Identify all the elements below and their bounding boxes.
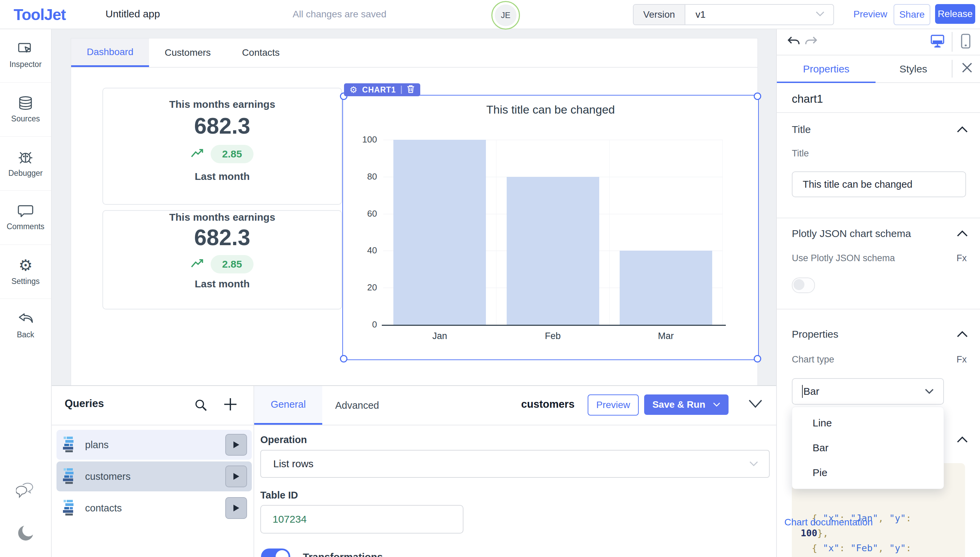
collapse-section-chevron[interactable] (957, 436, 968, 445)
x-axis-label: Mar (632, 331, 700, 341)
properties-section-header: Properties (792, 329, 838, 340)
back-arrow-icon (17, 313, 34, 326)
dropdown-option-bar[interactable]: Bar (792, 442, 944, 454)
app-name[interactable]: Untitled app (106, 8, 160, 20)
sidebar-item-sources[interactable]: Sources (0, 83, 51, 137)
queries-header: Queries (65, 397, 104, 410)
sidebar-item-debugger[interactable]: Debugger (0, 137, 51, 191)
undo-icon[interactable] (787, 36, 800, 49)
tab-styles[interactable]: Styles (875, 56, 951, 82)
desktop-layout-icon[interactable] (930, 34, 945, 50)
table-id-input[interactable]: 107234 (260, 505, 464, 534)
query-preview-button[interactable]: Preview (588, 394, 639, 415)
dropdown-option-line[interactable]: Line (792, 417, 944, 429)
chart-title-input[interactable]: This title can be changed (792, 171, 966, 197)
trend-up-icon (191, 148, 204, 160)
preview-button[interactable]: Preview (853, 9, 887, 20)
transformations-toggle[interactable] (261, 549, 290, 557)
collapse-section-chevron[interactable] (957, 230, 968, 239)
query-name: plans (85, 439, 217, 451)
app-canvas[interactable]: Dashboard Customers Contacts This months… (71, 38, 758, 386)
transformations-label: Transformations (303, 551, 383, 557)
chart-documentation-link[interactable]: Chart documentation (784, 517, 873, 528)
code-line: 100}, (801, 526, 828, 540)
tab-customers[interactable]: Customers (149, 38, 226, 67)
chevron-down-icon (713, 402, 720, 407)
title-section-header: Title (792, 124, 811, 135)
close-icon[interactable] (960, 61, 973, 75)
query-title: customers (504, 398, 592, 410)
widget-config-badge[interactable]: ⚙ CHART1 (344, 83, 420, 96)
operation-select[interactable]: List rows (260, 450, 770, 478)
avatar[interactable]: JE (492, 1, 520, 29)
fx-button[interactable]: Fx (957, 354, 967, 365)
tooljet-logo[interactable]: ToolJet (14, 5, 66, 24)
run-query-button[interactable] (225, 466, 247, 487)
resize-handle-bottom-left[interactable] (340, 355, 348, 363)
earnings-card-2[interactable]: This months earnings 682.3 2.85 Last mon… (103, 210, 342, 309)
chart-type-select[interactable]: Bar (792, 378, 944, 405)
query-row-plans[interactable]: plans (57, 430, 252, 460)
card-value: 682.3 (103, 113, 341, 139)
collapse-section-chevron[interactable] (957, 331, 968, 339)
gear-icon: ⚙ (18, 258, 32, 273)
resize-handle-top-right[interactable] (754, 93, 761, 100)
save-and-run-button[interactable]: Save & Run (644, 394, 728, 415)
chart-widget[interactable]: ⚙ CHART1 This title can be changed 02040… (342, 95, 759, 360)
redo-icon[interactable] (805, 36, 818, 49)
tab-contacts[interactable]: Contacts (226, 38, 296, 67)
run-query-button[interactable] (225, 434, 247, 456)
mobile-layout-icon[interactable] (960, 33, 971, 50)
card-subtitle: Last month (103, 278, 341, 290)
chat-bubbles-icon[interactable] (16, 482, 35, 501)
chevron-down-icon (924, 386, 943, 397)
chart-title: This title can be changed (343, 103, 758, 116)
tab-properties[interactable]: Properties (777, 56, 875, 82)
delta-badge: 2.85 (211, 255, 253, 274)
y-axis-tick: 0 (350, 319, 377, 330)
share-button[interactable]: Share (893, 4, 930, 25)
card-title: This months earnings (103, 212, 341, 223)
earnings-card-1[interactable]: This months earnings 682.3 2.85 Last mon… (103, 88, 342, 205)
top-bar: ToolJet Untitled app All changes are sav… (0, 0, 980, 29)
tooljetdb-icon (61, 436, 77, 454)
collapse-section-chevron[interactable] (957, 126, 968, 135)
card-value: 682.3 (103, 225, 341, 250)
tab-general[interactable]: General (254, 386, 322, 425)
query-row-customers-selected[interactable]: customers (57, 461, 252, 491)
use-plotly-schema-label: Use Plotly JSON schema (792, 253, 895, 264)
collapse-panel-chevron[interactable] (748, 399, 763, 410)
add-query-icon[interactable] (223, 397, 238, 413)
tab-dashboard[interactable]: Dashboard (71, 38, 149, 67)
fx-button[interactable]: Fx (957, 253, 967, 264)
run-query-button[interactable] (225, 497, 247, 519)
resize-handle-bottom-right[interactable] (754, 355, 761, 363)
gridline-vertical (609, 140, 610, 325)
widget-gear-icon[interactable]: ⚙ (350, 85, 357, 94)
tooljetdb-icon (61, 467, 77, 485)
trend-up-icon (191, 259, 204, 270)
query-row-contacts[interactable]: contacts (57, 493, 252, 523)
save-and-run-label: Save & Run (652, 399, 706, 410)
version-selector[interactable]: Version v1 (633, 4, 834, 25)
query-name: customers (85, 471, 217, 482)
y-axis-tick: 60 (350, 208, 377, 219)
tabs-divider (952, 60, 952, 78)
sidebar-item-comments[interactable]: Comments (0, 191, 51, 245)
query-search-icon[interactable] (194, 398, 207, 413)
sidebar-item-back[interactable]: Back (0, 299, 51, 353)
chevron-down-icon (749, 458, 769, 470)
plotly-schema-toggle[interactable] (792, 277, 815, 293)
sidebar-item-label: Sources (11, 114, 40, 124)
dropdown-option-pie[interactable]: Pie (792, 467, 944, 479)
operation-label: Operation (260, 434, 307, 445)
x-axis-label: Jan (406, 331, 474, 341)
rp-row1-border (777, 55, 980, 55)
widget-delete-icon[interactable] (407, 85, 415, 95)
divider (777, 218, 980, 218)
sidebar-item-inspector[interactable]: Inspector (0, 29, 51, 83)
tab-advanced[interactable]: Advanced (322, 386, 392, 425)
dark-mode-moon-icon[interactable] (17, 524, 34, 543)
sidebar-item-settings[interactable]: ⚙ Settings (0, 245, 51, 299)
release-button[interactable]: Release (935, 4, 975, 24)
